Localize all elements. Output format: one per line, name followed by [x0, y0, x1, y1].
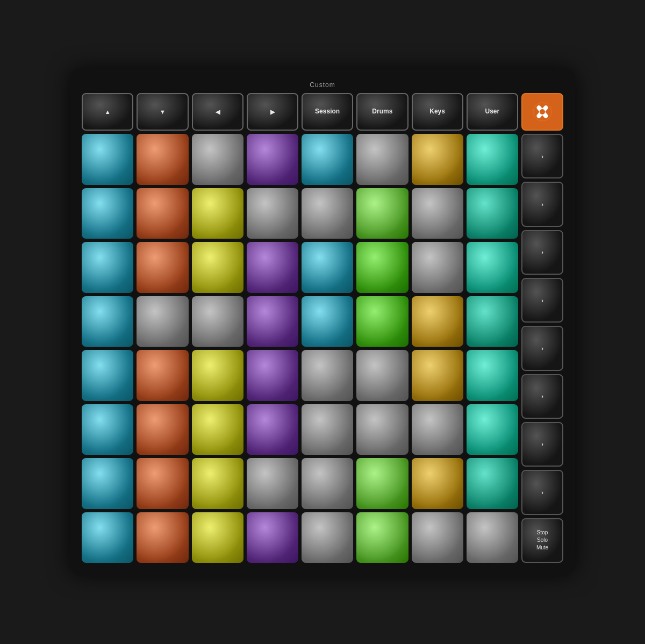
pad-r4c8[interactable] [467, 296, 518, 347]
grid-row-5 [82, 350, 518, 401]
pad-r6c4[interactable] [247, 404, 298, 455]
pad-keys[interactable]: Keys [412, 93, 463, 131]
pad-r2c1[interactable] [82, 188, 133, 239]
grid-row-2 [82, 188, 518, 239]
pad-r8c8[interactable] [467, 512, 518, 563]
pad-r6c8[interactable] [467, 404, 518, 455]
pad-r4c3[interactable] [192, 296, 243, 347]
pad-r5c8[interactable] [467, 350, 518, 401]
pad-r3c6[interactable] [356, 242, 408, 293]
pad-r8c6[interactable] [356, 512, 408, 563]
grid-row-1 [82, 134, 518, 185]
pad-session[interactable]: Session [302, 93, 353, 131]
launchpad-controller: Custom ▲ ▼ ◀ ▶ Session Drums Keys User [70, 69, 575, 575]
pad-r3c2[interactable] [137, 242, 188, 293]
pad-r5c4[interactable] [247, 350, 298, 401]
pad-r7c8[interactable] [467, 458, 518, 509]
pad-r5c6[interactable] [356, 350, 408, 401]
side-button-1[interactable]: › [521, 134, 563, 178]
pad-right[interactable]: ▶ [247, 93, 298, 131]
pad-r1c3[interactable] [192, 134, 243, 185]
pad-r4c1[interactable] [82, 296, 133, 347]
side-button-3[interactable]: › [521, 230, 563, 275]
pad-r3c8[interactable] [467, 242, 518, 293]
pad-r3c1[interactable] [82, 242, 133, 293]
pad-r4c7[interactable] [412, 296, 463, 347]
pad-r7c4[interactable] [247, 458, 298, 509]
pad-r8c2[interactable] [137, 512, 188, 563]
stop-solo-mute-button[interactable]: StopSoloMute [521, 518, 563, 563]
logo-button[interactable] [521, 93, 563, 131]
main-area: › › › › › › › › StopSoloMute [82, 134, 563, 563]
side-button-5[interactable]: › [521, 326, 563, 370]
device-title: Custom [82, 81, 563, 89]
pad-grid [82, 134, 518, 563]
pad-r6c5[interactable] [302, 404, 353, 455]
side-button-7[interactable]: › [521, 422, 563, 467]
pad-r7c2[interactable] [137, 458, 188, 509]
grid-row-4 [82, 296, 518, 347]
pad-r2c3[interactable] [192, 188, 243, 239]
pad-r1c4[interactable] [247, 134, 298, 185]
pad-r5c1[interactable] [82, 350, 133, 401]
pad-r3c4[interactable] [247, 242, 298, 293]
grid-row-6 [82, 404, 518, 455]
side-button-6[interactable]: › [521, 374, 563, 419]
pad-r4c2[interactable] [137, 296, 188, 347]
pad-r6c1[interactable] [82, 404, 133, 455]
pad-r2c7[interactable] [412, 188, 463, 239]
pad-r8c7[interactable] [412, 512, 463, 563]
pad-up[interactable]: ▲ [82, 93, 133, 131]
top-row: ▲ ▼ ◀ ▶ Session Drums Keys User [82, 93, 563, 131]
pad-r4c4[interactable] [247, 296, 298, 347]
pad-r5c3[interactable] [192, 350, 243, 401]
pad-r2c5[interactable] [302, 188, 353, 239]
pad-r8c4[interactable] [247, 512, 298, 563]
pad-drums[interactable]: Drums [356, 93, 408, 131]
pad-r8c3[interactable] [192, 512, 243, 563]
pad-r3c5[interactable] [302, 242, 353, 293]
pad-r2c8[interactable] [467, 188, 518, 239]
pad-r5c7[interactable] [412, 350, 463, 401]
pad-r3c7[interactable] [412, 242, 463, 293]
side-button-8[interactable]: › [521, 470, 563, 514]
grid-row-8 [82, 512, 518, 563]
pad-r2c4[interactable] [247, 188, 298, 239]
pad-r6c3[interactable] [192, 404, 243, 455]
pad-r7c1[interactable] [82, 458, 133, 509]
grid-row-3 [82, 242, 518, 293]
pad-r6c2[interactable] [137, 404, 188, 455]
pad-r7c7[interactable] [412, 458, 463, 509]
svg-point-3 [540, 109, 545, 115]
pad-r4c6[interactable] [356, 296, 408, 347]
pad-r4c5[interactable] [302, 296, 353, 347]
pad-left[interactable]: ◀ [192, 93, 243, 131]
pad-r5c5[interactable] [302, 350, 353, 401]
pad-r1c6[interactable] [356, 134, 408, 185]
pad-r6c7[interactable] [412, 404, 463, 455]
side-button-4[interactable]: › [521, 278, 563, 323]
pad-r1c7[interactable] [412, 134, 463, 185]
pad-r1c2[interactable] [137, 134, 188, 185]
grid-row-7 [82, 458, 518, 509]
pad-down[interactable]: ▼ [137, 93, 188, 131]
pad-r6c6[interactable] [356, 404, 408, 455]
pad-user[interactable]: User [467, 93, 518, 131]
novation-logo-icon [533, 102, 552, 121]
pad-r1c1[interactable] [82, 134, 133, 185]
side-button-2[interactable]: › [521, 182, 563, 226]
side-column: › › › › › › › › StopSoloMute [521, 134, 563, 563]
pad-r3c3[interactable] [192, 242, 243, 293]
pad-r1c8[interactable] [467, 134, 518, 185]
pad-r8c1[interactable] [82, 512, 133, 563]
pad-r7c5[interactable] [302, 458, 353, 509]
pad-r7c3[interactable] [192, 458, 243, 509]
pad-r5c2[interactable] [137, 350, 188, 401]
pad-r8c5[interactable] [302, 512, 353, 563]
pad-r2c2[interactable] [137, 188, 188, 239]
pad-r2c6[interactable] [356, 188, 408, 239]
pad-r7c6[interactable] [356, 458, 408, 509]
pad-r1c5[interactable] [302, 134, 353, 185]
